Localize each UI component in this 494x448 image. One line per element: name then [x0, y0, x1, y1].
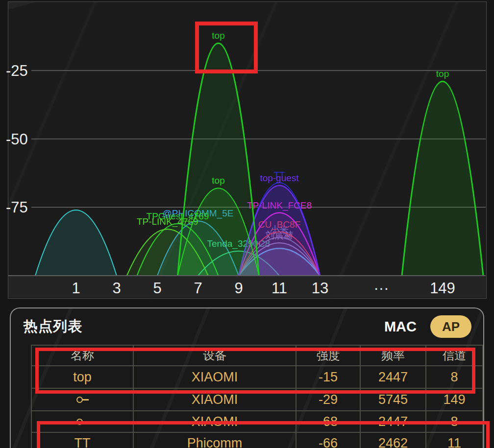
annotation-box-tt-row [37, 421, 490, 448]
ap-toggle-button[interactable]: AP [430, 315, 471, 338]
hotspot-list-header: 热点列表 MAC AP [11, 308, 483, 345]
annotation-box-chart-peak [195, 22, 258, 73]
annotation-box-header-and-top-row [35, 348, 475, 394]
hotspot-list-title: 热点列表 [24, 317, 82, 336]
hidden-ssid-icon [76, 397, 89, 403]
mac-toggle-button[interactable]: MAC [384, 319, 417, 335]
